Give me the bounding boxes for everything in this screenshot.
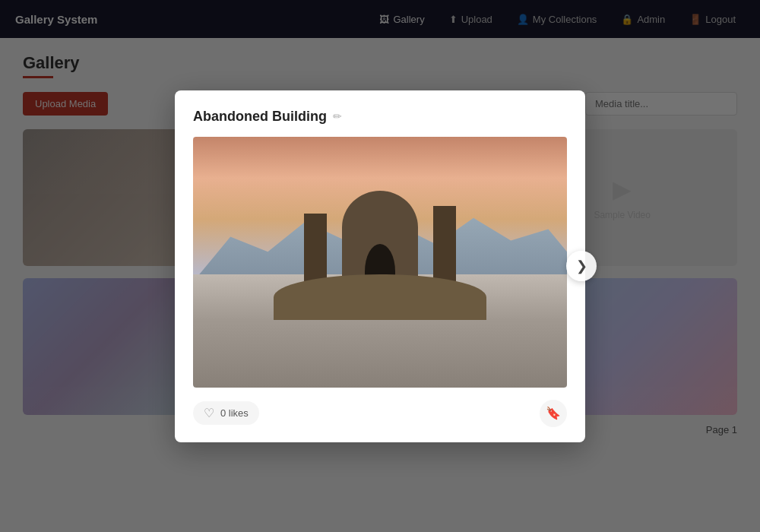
like-section: ♡ 0 likes (193, 401, 259, 425)
ruin-scene (193, 137, 567, 388)
modal-title: Abandoned Building (193, 109, 327, 125)
modal-overlay[interactable]: ❯ Abandoned Building ✏ (0, 0, 760, 532)
modal-image-container (193, 137, 567, 388)
hill (274, 274, 486, 320)
chevron-right-icon: ❯ (576, 258, 587, 274)
modal-header: Abandoned Building ✏ (193, 109, 567, 125)
modal-footer: ♡ 0 likes 🔖 (193, 400, 567, 427)
bookmark-button[interactable]: 🔖 (540, 400, 567, 427)
media-modal: Abandoned Building ✏ ♡ (175, 90, 585, 442)
like-button[interactable]: ♡ (204, 406, 214, 420)
likes-count: 0 likes (220, 407, 249, 419)
heart-icon: ♡ (204, 406, 214, 420)
next-button[interactable]: ❯ (566, 251, 597, 281)
ruin-structure (296, 168, 464, 312)
bookmark-icon: 🔖 (546, 406, 561, 420)
edit-icon[interactable]: ✏ (333, 110, 342, 122)
